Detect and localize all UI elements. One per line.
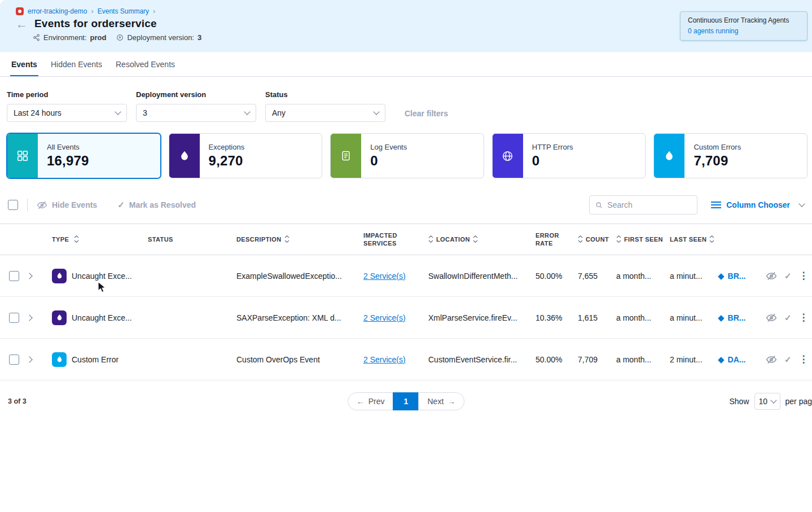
- time-period-select[interactable]: Last 24 hours: [7, 104, 127, 122]
- first-seen-cell: a month...: [616, 272, 670, 281]
- status-select[interactable]: Any: [265, 104, 385, 122]
- impacted-services-link[interactable]: 2 Service(s): [363, 355, 406, 364]
- page-header: error-tracking-demo Events Summary Event…: [0, 0, 812, 52]
- next-label: Next: [428, 397, 444, 406]
- hide-event-button[interactable]: [766, 354, 777, 365]
- select-all-checkbox[interactable]: [8, 200, 18, 210]
- resolve-event-button[interactable]: ✓: [784, 271, 792, 281]
- deployment-name: BR...: [728, 313, 746, 322]
- hide-event-button[interactable]: [766, 312, 777, 323]
- diamond-icon: ◆: [718, 313, 725, 322]
- row-menu-button[interactable]: ⋮: [799, 353, 809, 365]
- agents-panel: Continuous Error Tracking Agents 0 agent…: [680, 11, 807, 41]
- column-chooser-label: Column Chooser: [726, 200, 790, 209]
- row-expander[interactable]: [27, 274, 47, 278]
- page-number-button[interactable]: 1: [393, 392, 419, 410]
- impacted-services-link[interactable]: 2 Service(s): [363, 313, 406, 322]
- search-icon: [595, 201, 603, 209]
- tab-resolved-events[interactable]: Resolved Events: [115, 52, 176, 76]
- column-header-description[interactable]: DESCRIPTION: [236, 235, 363, 243]
- column-chooser-button[interactable]: Column Chooser: [711, 200, 804, 209]
- last-seen-cell: a minut...: [670, 272, 718, 281]
- tab-hidden-events[interactable]: Hidden Events: [50, 52, 103, 76]
- card-all-events[interactable]: All Events 16,979: [7, 133, 161, 178]
- count-cell: 1,615: [578, 313, 616, 322]
- column-header-count[interactable]: COUNT: [578, 235, 616, 243]
- eye-slash-icon: [37, 200, 47, 211]
- chevron-right-icon: [26, 356, 32, 362]
- hide-events-label: Hide Events: [52, 200, 97, 209]
- table-row: Uncaught Exce... ExampleSwallowedExcepti…: [0, 255, 812, 297]
- event-type-label: Uncaught Exce...: [72, 272, 132, 281]
- deployment-link[interactable]: ◆ BR...: [718, 272, 766, 281]
- card-log-events[interactable]: Log Events 0: [330, 133, 484, 178]
- column-header-first-seen[interactable]: FIRST SEEN: [616, 235, 670, 243]
- eye-slash-icon: [766, 354, 777, 365]
- clear-filters-button[interactable]: Clear filters: [405, 109, 448, 118]
- deployment-version-label: Deployment version:: [127, 33, 194, 42]
- description-cell: ExampleSwallowedExceptio...: [236, 272, 363, 281]
- environment-meta: Environment: prod: [33, 33, 106, 42]
- mark-resolved-button[interactable]: ✓ Mark as Resolved: [117, 200, 196, 210]
- column-header-location[interactable]: LOCATION: [428, 235, 536, 243]
- breadcrumb-link-project[interactable]: error-tracking-demo: [28, 7, 87, 15]
- search-input[interactable]: [607, 200, 691, 209]
- deployment-version-select[interactable]: 3: [136, 104, 256, 122]
- chevron-down-icon: [244, 108, 250, 115]
- chevron-down-icon: [115, 108, 121, 115]
- sort-icon: [473, 235, 478, 243]
- sort-icon: [578, 235, 583, 243]
- deployment-link[interactable]: ◆ DA...: [718, 355, 766, 364]
- column-label: TYPE: [52, 235, 69, 243]
- next-page-button[interactable]: Next: [419, 392, 465, 410]
- impacted-services-link[interactable]: 2 Service(s): [363, 272, 406, 281]
- row-checkbox[interactable]: [9, 313, 19, 323]
- deployment-link[interactable]: ◆ BR...: [718, 313, 766, 322]
- flame-icon: [169, 134, 200, 178]
- location-cell: SwallowInDifferentMeth...: [428, 272, 536, 281]
- column-header-type[interactable]: TYPE: [47, 235, 143, 243]
- description-cell: SAXParseException: XML d...: [236, 313, 363, 322]
- card-label: Log Events: [370, 143, 407, 151]
- time-period-value: Last 24 hours: [14, 108, 62, 117]
- prev-page-button[interactable]: Prev: [348, 392, 394, 410]
- row-checkbox[interactable]: [9, 355, 19, 365]
- flame-icon: [654, 134, 684, 178]
- card-exceptions[interactable]: Exceptions 9,270: [169, 133, 323, 178]
- sort-icon: [428, 235, 433, 243]
- row-count-summary: 3 of 3: [8, 397, 27, 405]
- custom-error-type-icon: [52, 352, 67, 367]
- status-filter-value: Any: [272, 108, 286, 117]
- exception-type-icon: [52, 310, 67, 325]
- error-rate-cell: 50.00%: [536, 355, 578, 364]
- back-button[interactable]: [16, 18, 28, 30]
- column-label: IMPACTED SERVICES: [363, 231, 404, 248]
- card-label: All Events: [47, 143, 89, 151]
- chevron-down-icon: [373, 108, 379, 115]
- card-custom-errors[interactable]: Custom Errors 7,709: [653, 133, 807, 178]
- event-type-label: Custom Error: [72, 355, 118, 364]
- card-value: 0: [370, 153, 407, 169]
- breadcrumb-link-events-summary[interactable]: Events Summary: [98, 7, 149, 15]
- row-expander[interactable]: [27, 357, 47, 362]
- resolve-event-button[interactable]: ✓: [784, 355, 792, 365]
- card-http-errors[interactable]: HTTP Errors 0: [492, 133, 646, 178]
- table-header-row: TYPE STATUS DESCRIPTION IMPACTED SERVICE…: [0, 224, 812, 255]
- row-menu-button[interactable]: ⋮: [799, 270, 809, 282]
- location-cell: CustomEventService.fir...: [428, 355, 536, 364]
- location-cell: XmlParseService.fireEv...: [428, 313, 536, 322]
- hide-events-button[interactable]: Hide Events: [37, 200, 97, 211]
- time-period-label: Time period: [7, 90, 127, 99]
- eye-slash-icon: [766, 270, 777, 282]
- agents-running-link[interactable]: 0 agents running: [688, 27, 738, 35]
- row-expander[interactable]: [27, 316, 47, 320]
- deployment-meta: Deployment version: 3: [116, 33, 201, 42]
- page-size-select[interactable]: 10: [754, 393, 780, 410]
- hide-event-button[interactable]: [766, 270, 777, 282]
- column-header-last-seen[interactable]: LAST SEEN: [670, 235, 718, 243]
- row-menu-button[interactable]: ⋮: [799, 312, 809, 323]
- resolve-event-button[interactable]: ✓: [784, 313, 792, 323]
- tab-events[interactable]: Events: [10, 52, 38, 76]
- row-checkbox[interactable]: [9, 271, 19, 281]
- chevron-down-icon: [770, 397, 776, 403]
